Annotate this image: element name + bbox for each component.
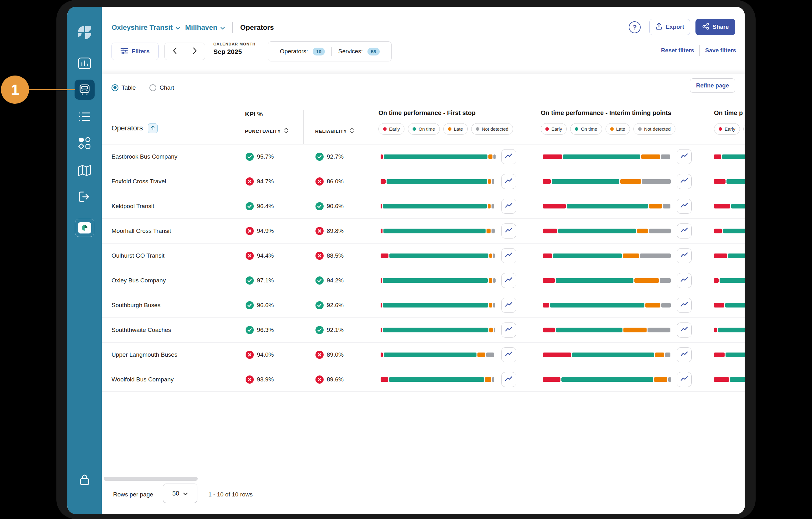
- trend-sparkline-button[interactable]: [677, 149, 692, 164]
- export-button[interactable]: Export: [649, 19, 690, 35]
- trend-sparkline-button[interactable]: [677, 199, 692, 214]
- trend-sparkline-button[interactable]: [501, 149, 516, 164]
- otp-bar-interim: [543, 353, 671, 357]
- bar-segment: [543, 353, 571, 357]
- sidebar: [67, 7, 102, 514]
- trend-sparkline-button[interactable]: [501, 347, 516, 362]
- filters-button[interactable]: Filters: [112, 43, 158, 60]
- table-footer: Rows per page 50 1 - 10 of 10 rows: [102, 474, 745, 514]
- kpi-value: 89.8%: [327, 227, 344, 235]
- bar-segment: [381, 377, 388, 382]
- bar-segment: [563, 155, 640, 159]
- nav-item-categories[interactable]: [78, 136, 91, 149]
- radio-icon: [112, 84, 118, 91]
- bar-segment: [663, 204, 670, 209]
- otp-bar-interim: [543, 303, 671, 308]
- share-button[interactable]: Share: [695, 19, 735, 35]
- refine-page-button[interactable]: Refine page: [690, 78, 735, 93]
- legend-dot-icon: [383, 127, 386, 131]
- nav-item-logout[interactable]: [78, 191, 91, 203]
- otp-bar-first: [381, 353, 496, 357]
- sparkline-icon: [505, 252, 513, 260]
- help-button[interactable]: ?: [629, 21, 641, 33]
- trend-sparkline-button[interactable]: [677, 273, 692, 288]
- chevron-right-icon: [193, 47, 197, 55]
- reset-filters-link[interactable]: Reset filters: [661, 47, 694, 54]
- bar-segment: [492, 179, 494, 184]
- bar-segment: [714, 253, 727, 258]
- nav-item-lock[interactable]: [79, 473, 90, 486]
- view-toggle-label: Table: [121, 84, 136, 91]
- bar-segment: [543, 229, 557, 234]
- bar-segment: [645, 303, 660, 308]
- bar-segment: [384, 353, 476, 357]
- app-logo[interactable]: [77, 25, 92, 40]
- view-toggle-table[interactable]: Table: [112, 84, 136, 91]
- cross-circle-icon: [245, 227, 254, 235]
- save-filters-link[interactable]: Save filters: [705, 47, 736, 54]
- bar-segment: [381, 353, 383, 357]
- trend-sparkline-button[interactable]: [677, 174, 692, 189]
- check-circle-icon: [316, 326, 324, 334]
- otp-bar-last: [714, 353, 745, 357]
- bar-segment: [492, 377, 494, 382]
- nav-item-operators[interactable]: [75, 80, 95, 100]
- cross-circle-icon: [245, 252, 254, 260]
- sort-ascending-button[interactable]: [148, 124, 157, 133]
- trend-sparkline-button[interactable]: [677, 298, 692, 313]
- view-toggle-chart[interactable]: Chart: [149, 84, 174, 91]
- bar-segment: [489, 303, 492, 308]
- trend-sparkline-button[interactable]: [501, 248, 516, 263]
- next-month-button[interactable]: [185, 43, 205, 60]
- bar-segment: [624, 328, 646, 332]
- section-title-interim: On time performance - Interim timing poi…: [541, 109, 671, 116]
- trend-sparkline-button[interactable]: [501, 174, 516, 189]
- bar-segment: [543, 303, 549, 308]
- bar-segment: [383, 303, 488, 308]
- operator-name: Souththwaite Coaches: [112, 327, 171, 333]
- kpi-value: 89.0%: [327, 351, 344, 358]
- sort-icon[interactable]: [350, 128, 354, 134]
- bar-segment: [634, 278, 659, 283]
- check-circle-icon: [316, 202, 324, 210]
- horizontal-scrollbar-thumb[interactable]: [104, 477, 198, 481]
- kpi-value: 94.0%: [257, 351, 274, 358]
- trend-sparkline-button[interactable]: [677, 248, 692, 263]
- legend-chip-on-time: On time: [570, 123, 602, 135]
- otp-bar-first: [381, 229, 496, 234]
- rows-per-page-select[interactable]: 50: [163, 484, 197, 503]
- trend-sparkline-button[interactable]: [501, 223, 516, 239]
- bar-segment: [553, 253, 622, 258]
- nav-item-app-tile[interactable]: [75, 219, 94, 237]
- bar-segment: [714, 278, 719, 283]
- otp-bar-first: [381, 155, 496, 159]
- breadcrumb-network-dropdown[interactable]: Oxleyshire Transit: [112, 24, 180, 32]
- trend-sparkline-button[interactable]: [677, 372, 692, 387]
- legend-dot-icon: [448, 127, 452, 131]
- nav-item-dashboard[interactable]: [78, 57, 91, 69]
- bar-segment: [661, 303, 671, 308]
- previous-month-button[interactable]: [165, 43, 185, 60]
- breadcrumb-area-dropdown[interactable]: Millhaven: [185, 24, 225, 32]
- trend-sparkline-button[interactable]: [501, 273, 516, 288]
- bar-segment: [383, 328, 489, 332]
- trend-sparkline-button[interactable]: [677, 223, 692, 239]
- trend-sparkline-button[interactable]: [501, 298, 516, 313]
- otp-bar-first: [381, 204, 496, 209]
- operator-name: Oulhurst GO Transit: [112, 252, 165, 259]
- bar-segment: [649, 229, 671, 234]
- trend-sparkline-button[interactable]: [501, 372, 516, 387]
- legend-first-stop: EarlyOn timeLateNot detected: [378, 123, 513, 135]
- check-circle-icon: [245, 202, 254, 210]
- trend-sparkline-button[interactable]: [501, 323, 516, 337]
- otp-bar-interim: [543, 179, 671, 184]
- chevron-down-icon: [220, 24, 225, 32]
- legend-chip-label: Late: [616, 126, 625, 132]
- nav-item-services[interactable]: [78, 112, 91, 121]
- trend-sparkline-button[interactable]: [677, 347, 692, 362]
- trend-sparkline-button[interactable]: [501, 199, 516, 214]
- sort-icon[interactable]: [284, 128, 288, 134]
- nav-item-map[interactable]: [78, 165, 91, 176]
- cross-circle-icon: [245, 351, 254, 359]
- trend-sparkline-button[interactable]: [677, 323, 692, 337]
